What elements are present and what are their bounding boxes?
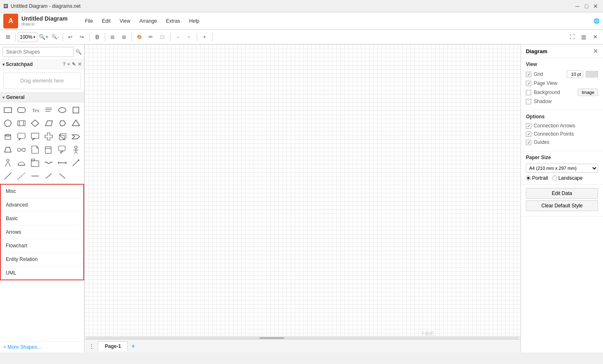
scratchpad-edit-icon[interactable]: ✎: [72, 61, 76, 67]
shape-line4[interactable]: [56, 170, 68, 182]
shape-frame[interactable]: [29, 157, 41, 169]
close-panel-button[interactable]: ✕: [590, 32, 601, 42]
shape-wavy[interactable]: [42, 157, 55, 169]
to-back-button[interactable]: ▧: [119, 32, 130, 42]
add-page-button[interactable]: +: [130, 343, 137, 350]
fullscreen-button[interactable]: ⛶: [567, 32, 577, 42]
shape-line[interactable]: [2, 170, 14, 182]
shape-diamond[interactable]: [29, 117, 41, 129]
shape-parallelogram[interactable]: [42, 117, 55, 129]
category-misc[interactable]: Misc: [1, 185, 83, 198]
shape-square[interactable]: [70, 104, 82, 116]
shape-rectangle[interactable]: [2, 104, 14, 116]
line-color-button[interactable]: ✏: [146, 32, 156, 42]
portrait-option[interactable]: Portrait: [526, 175, 548, 181]
shape-line2[interactable]: [29, 170, 41, 182]
grid-value-input[interactable]: [567, 70, 583, 78]
menu-view[interactable]: View: [115, 17, 134, 25]
scratchpad-help-icon[interactable]: ?: [63, 61, 66, 67]
category-uml[interactable]: UML: [1, 266, 83, 279]
connection-arrows-checkbox[interactable]: [526, 123, 531, 129]
category-basic[interactable]: Basic: [1, 212, 83, 225]
page-view-checkbox[interactable]: [526, 81, 531, 86]
zoom-in-button[interactable]: 🔍+: [38, 32, 49, 42]
minimize-button[interactable]: ─: [573, 2, 582, 10]
layout-toggle-button[interactable]: ⊞: [2, 32, 13, 42]
scratchpad-header[interactable]: ▾ Scratchpad ? + ✎ ✕: [0, 60, 84, 69]
shape-tape[interactable]: [15, 143, 28, 156]
category-advanced[interactable]: Advanced: [1, 198, 83, 212]
shape-diagonal-arrow[interactable]: [70, 157, 82, 169]
connection-button[interactable]: →: [172, 32, 183, 42]
shape-half-circle[interactable]: [15, 157, 28, 169]
shape-cross[interactable]: [42, 130, 55, 143]
general-section-header[interactable]: ▾ General: [0, 92, 84, 102]
shape-note[interactable]: [42, 104, 55, 116]
shape-rounded-rect[interactable]: [15, 104, 28, 116]
category-flowchart[interactable]: Flowchart: [1, 239, 83, 253]
connection-points-checkbox[interactable]: [526, 132, 531, 137]
shape-text[interactable]: Text: [29, 104, 41, 116]
shape-cube[interactable]: [56, 130, 68, 143]
menu-extras[interactable]: Extras: [162, 17, 184, 25]
shape-person[interactable]: [70, 143, 82, 156]
grid-checkbox[interactable]: [526, 72, 531, 77]
maximize-button[interactable]: □: [582, 2, 591, 10]
clear-style-button[interactable]: Clear Default Style: [526, 200, 598, 211]
fill-color-button[interactable]: 🎨: [134, 32, 145, 42]
shadow-button[interactable]: □: [157, 32, 168, 42]
scrollbar-thumb[interactable]: [259, 337, 284, 339]
right-panel-close-button[interactable]: ✕: [593, 48, 598, 54]
category-arrows[interactable]: Arrows: [1, 225, 83, 239]
shape-double-arrow[interactable]: [56, 157, 68, 169]
scratchpad-add-icon[interactable]: +: [67, 61, 70, 67]
shape-callout[interactable]: [29, 130, 41, 143]
grid-color-picker[interactable]: [586, 71, 598, 77]
shape-line3[interactable]: [42, 170, 55, 182]
shadow-checkbox[interactable]: [526, 99, 531, 104]
zoom-out-button[interactable]: 🔍-: [50, 32, 61, 42]
shape-dashed-line[interactable]: [15, 170, 28, 182]
search-icon[interactable]: 🔍: [75, 49, 82, 55]
zoom-level[interactable]: 100% ▾: [18, 32, 38, 42]
shape-chevron[interactable]: [70, 130, 82, 143]
shape-triangle[interactable]: [70, 117, 82, 129]
shape-cylinder[interactable]: [2, 130, 14, 143]
menu-file[interactable]: File: [81, 17, 97, 25]
menu-help[interactable]: Help: [185, 17, 204, 25]
shape-ellipse[interactable]: [56, 104, 68, 116]
search-input[interactable]: [2, 47, 74, 57]
edit-data-button[interactable]: Edit Data: [526, 188, 598, 199]
more-shapes-button[interactable]: + More Shapes...: [0, 341, 84, 352]
shape-hexagon[interactable]: [56, 117, 68, 129]
delete-button[interactable]: 🗑: [92, 32, 103, 42]
close-button[interactable]: ✕: [591, 2, 600, 10]
undo-button[interactable]: ↩: [65, 32, 76, 42]
tab-menu-button[interactable]: ⋮: [87, 343, 96, 350]
insert-button[interactable]: +: [199, 32, 210, 42]
landscape-radio[interactable]: [552, 176, 557, 181]
shape-folded[interactable]: [42, 143, 55, 156]
canvas-wrapper[interactable]: ⋮ Page-1 + 下载吧: [85, 45, 521, 352]
guides-checkbox[interactable]: [526, 140, 531, 145]
scratchpad-dropzone[interactable]: Drag elements here: [3, 73, 81, 89]
shape-doc[interactable]: [29, 143, 41, 156]
paper-size-select[interactable]: A4 (210 mm x 297 mm): [526, 164, 598, 173]
waypoint-button[interactable]: ⌐: [184, 32, 195, 42]
shape-speech[interactable]: [15, 130, 28, 143]
menu-edit[interactable]: Edit: [98, 17, 115, 25]
format-button[interactable]: ▥: [578, 32, 589, 42]
shape-callout2[interactable]: [56, 143, 68, 156]
background-image-button[interactable]: Image: [578, 89, 598, 96]
landscape-option[interactable]: Landscape: [552, 175, 583, 181]
horizontal-scrollbar[interactable]: [85, 336, 521, 339]
shape-process[interactable]: [15, 117, 28, 129]
background-checkbox[interactable]: [526, 90, 531, 95]
category-entity-relation[interactable]: Entity Relation: [1, 253, 83, 266]
shape-actor[interactable]: [2, 157, 14, 169]
page-tab-1[interactable]: Page-1: [98, 341, 128, 351]
redo-button[interactable]: ↪: [77, 32, 87, 42]
shape-circle[interactable]: [2, 117, 14, 129]
shape-trapezoid[interactable]: [2, 143, 14, 156]
portrait-radio[interactable]: [526, 176, 531, 181]
